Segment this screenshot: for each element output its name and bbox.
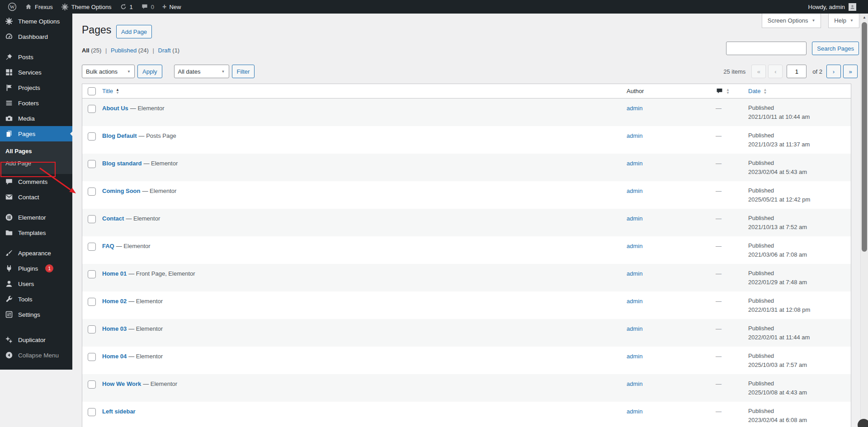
- row-checkbox[interactable]: [88, 132, 96, 141]
- sidebar-item-comments[interactable]: Comments: [0, 174, 72, 189]
- status-label: Published: [748, 269, 851, 278]
- page-title-link[interactable]: Blog standard: [102, 160, 142, 167]
- page-title-link[interactable]: Home 04: [102, 353, 127, 360]
- row-checkbox[interactable]: [88, 298, 96, 306]
- sidebar-item-tools[interactable]: Tools: [0, 291, 72, 307]
- title-column-header[interactable]: Title ▲▼: [97, 88, 627, 94]
- site-name-menu[interactable]: Frexus: [21, 0, 57, 14]
- current-page-input[interactable]: [787, 65, 807, 78]
- author-link[interactable]: admin: [627, 353, 642, 360]
- page-title-link[interactable]: About Us: [102, 105, 128, 112]
- scrollbar-thumb[interactable]: [862, 22, 867, 252]
- theme-options-menu[interactable]: Theme Options: [57, 0, 116, 14]
- submenu-add-page[interactable]: Add Page: [0, 157, 72, 169]
- author-link[interactable]: admin: [627, 325, 642, 332]
- elementor-icon: [5, 213, 14, 222]
- comments-menu[interactable]: 0: [137, 0, 158, 14]
- author-link[interactable]: admin: [627, 105, 642, 112]
- menu-separator: [0, 327, 72, 332]
- apply-button[interactable]: Apply: [137, 65, 162, 78]
- page-title-link[interactable]: Blog Default: [102, 132, 137, 139]
- screen-options-tab[interactable]: Screen Options ▼: [762, 14, 821, 28]
- account-menu[interactable]: Howdy, admin: [808, 3, 868, 11]
- author-link[interactable]: admin: [627, 408, 642, 415]
- sidebar-item-label: Comments: [18, 178, 47, 185]
- row-checkbox[interactable]: [88, 380, 96, 389]
- sidebar-item-services[interactable]: Services: [0, 65, 72, 80]
- view-published-link[interactable]: Published: [111, 47, 137, 54]
- page-state: — Elementor: [143, 380, 177, 387]
- page-title-link[interactable]: Home 01: [102, 270, 127, 277]
- sidebar-item-theme-options[interactable]: Theme Options: [0, 14, 72, 29]
- search-pages-button[interactable]: Search Pages: [812, 42, 859, 55]
- page-title-link[interactable]: Home 03: [102, 325, 127, 332]
- help-tab[interactable]: Help ▼: [828, 14, 859, 28]
- row-checkbox[interactable]: [88, 243, 96, 251]
- sidebar-item-footers[interactable]: Footers: [0, 95, 72, 111]
- page-title-link[interactable]: How We Work: [102, 380, 141, 387]
- previous-page-button[interactable]: ‹: [768, 65, 783, 78]
- row-checkbox[interactable]: [88, 160, 96, 168]
- view-draft-link[interactable]: Draft: [158, 47, 171, 54]
- all-dates-select[interactable]: All dates ▼: [174, 65, 229, 78]
- author-link[interactable]: admin: [627, 132, 642, 139]
- sidebar-item-pages[interactable]: Pages: [0, 126, 72, 141]
- author-link[interactable]: admin: [627, 160, 642, 167]
- page-title-link[interactable]: FAQ: [102, 243, 114, 249]
- new-content-menu[interactable]: + New: [158, 0, 185, 14]
- first-page-button[interactable]: «: [751, 65, 766, 78]
- sidebar-item-elementor[interactable]: Elementor: [0, 210, 72, 225]
- author-link[interactable]: admin: [627, 215, 642, 222]
- search-input[interactable]: [726, 42, 807, 55]
- row-checkbox[interactable]: [88, 105, 96, 113]
- sidebar-item-media[interactable]: Media: [0, 111, 72, 126]
- page-title-link[interactable]: Home 02: [102, 298, 127, 305]
- row-checkbox[interactable]: [88, 353, 96, 361]
- sidebar-item-dashboard[interactable]: Dashboard: [0, 29, 72, 44]
- wordpress-logo-menu[interactable]: W: [4, 0, 21, 14]
- comments-column-header[interactable]: ▲▼: [714, 87, 748, 95]
- author-link[interactable]: admin: [627, 270, 642, 277]
- author-link[interactable]: admin: [627, 243, 642, 249]
- vertical-scrollbar[interactable]: ▲: [860, 14, 868, 427]
- sidebar-item-users[interactable]: Users: [0, 276, 72, 291]
- view-all-link[interactable]: All: [82, 47, 90, 54]
- sidebar-item-duplicator[interactable]: Duplicator: [0, 332, 72, 347]
- filter-button[interactable]: Filter: [232, 65, 255, 78]
- submenu-all-pages[interactable]: All Pages: [0, 145, 72, 157]
- plus-icon: +: [162, 3, 166, 11]
- comments-value: —: [716, 132, 722, 139]
- add-page-button[interactable]: Add Page: [116, 25, 152, 38]
- author-link[interactable]: admin: [627, 188, 642, 194]
- next-page-button[interactable]: ›: [826, 65, 841, 78]
- sidebar-item-templates[interactable]: Templates: [0, 225, 72, 240]
- sidebar-item-plugins[interactable]: Plugins 1: [0, 261, 72, 276]
- comments-value: —: [716, 325, 722, 332]
- updates-menu[interactable]: 1: [116, 0, 137, 14]
- last-page-button[interactable]: »: [843, 65, 858, 78]
- date-column-header[interactable]: Date ▲▼: [748, 87, 851, 96]
- page-state: — Elementor: [116, 243, 151, 249]
- scroll-up-arrow-icon[interactable]: ▲: [861, 14, 868, 21]
- bulk-actions-select[interactable]: Bulk actions ▼: [82, 65, 135, 78]
- row-checkbox[interactable]: [88, 325, 96, 333]
- author-link[interactable]: admin: [627, 380, 642, 387]
- sidebar-item-contact[interactable]: Contact: [0, 189, 72, 205]
- row-checkbox[interactable]: [88, 215, 96, 223]
- page-title-link[interactable]: Contact: [102, 215, 124, 222]
- row-checkbox[interactable]: [88, 408, 96, 416]
- author-link[interactable]: admin: [627, 298, 642, 305]
- page-title-link[interactable]: Coming Soon: [102, 188, 141, 194]
- sidebar-item-collapse-menu[interactable]: Collapse Menu: [0, 347, 72, 363]
- sidebar-item-projects[interactable]: Projects: [0, 80, 72, 95]
- row-checkbox[interactable]: [88, 188, 96, 196]
- sort-arrows-icon: ▲▼: [726, 88, 730, 94]
- row-checkbox[interactable]: [88, 270, 96, 278]
- chevron-down-icon: ▼: [222, 70, 225, 74]
- table-row: Coming Soon— Elementor admin — Published…: [82, 181, 851, 209]
- page-title-link[interactable]: Left sidebar: [102, 408, 136, 415]
- sidebar-item-posts[interactable]: Posts: [0, 49, 72, 65]
- sidebar-item-settings[interactable]: Settings: [0, 307, 72, 322]
- sidebar-item-appearance[interactable]: Appearance: [0, 245, 72, 261]
- select-all-checkbox[interactable]: [88, 87, 96, 95]
